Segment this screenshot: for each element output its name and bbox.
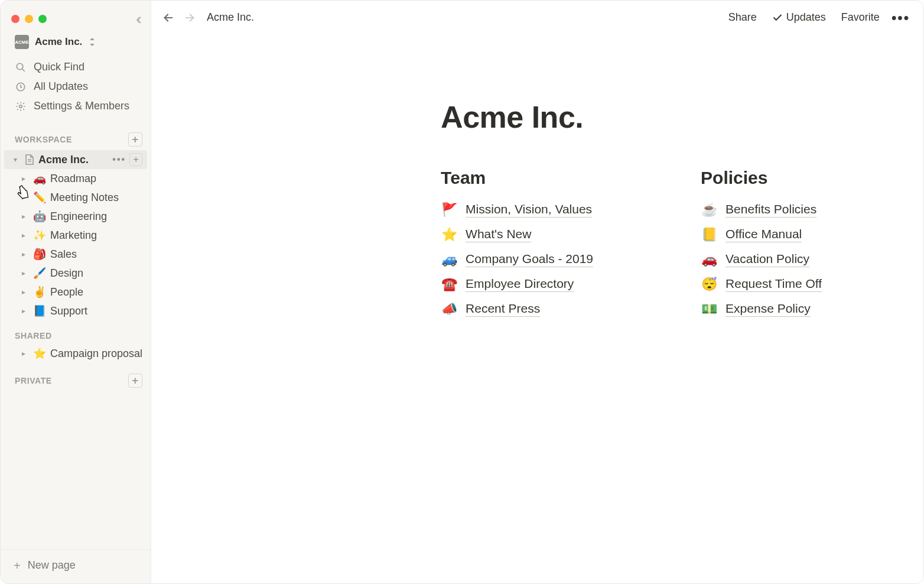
svg-point-0: [17, 63, 23, 70]
add-subpage-button[interactable]: +: [129, 153, 142, 166]
sidebar-page-people[interactable]: ▸✌️People: [4, 283, 147, 301]
page-emoji-icon: ✨: [32, 229, 47, 242]
disclosure-triangle-icon[interactable]: ▸: [18, 288, 29, 296]
page-link[interactable]: Mission, Vision, Values: [466, 202, 592, 218]
section-private-label: PRIVATE: [15, 376, 52, 385]
close-window-button[interactable]: [11, 15, 19, 23]
more-menu-button[interactable]: •••: [892, 9, 910, 26]
page-link-row: ☕Benefits Policies: [701, 202, 924, 218]
add-workspace-page-button[interactable]: +: [128, 132, 142, 147]
chevron-updown-icon: [89, 38, 95, 46]
disclosure-triangle-icon[interactable]: ▸: [18, 307, 29, 315]
quick-find-label: Quick Find: [34, 61, 84, 73]
link-emoji-icon: 📣: [441, 301, 457, 317]
all-updates-button[interactable]: All Updates: [5, 77, 146, 96]
page-emoji-icon: 🤖: [32, 210, 47, 223]
page-link-row: 💵Expense Policy: [701, 301, 924, 317]
page-icon: [24, 154, 35, 166]
page-link-row: 🚩Mission, Vision, Values: [441, 202, 665, 218]
settings-members-button[interactable]: Settings & Members: [5, 96, 146, 116]
page-link[interactable]: Vacation Policy: [725, 252, 809, 267]
link-emoji-icon: ☎️: [441, 277, 457, 292]
sidebar-page-marketing[interactable]: ▸✨Marketing: [4, 226, 147, 245]
workspace-badge-icon: ACME: [15, 35, 29, 49]
section-header-private: PRIVATE +: [1, 363, 151, 391]
link-emoji-icon: 💵: [701, 301, 717, 317]
page-link[interactable]: Expense Policy: [725, 301, 811, 317]
page-more-button[interactable]: •••: [112, 154, 126, 165]
search-icon: [15, 61, 27, 73]
maximize-window-button[interactable]: [38, 15, 47, 23]
column-heading: Policies: [701, 168, 924, 188]
breadcrumb[interactable]: Acme Inc.: [207, 11, 254, 24]
disclosure-triangle-icon[interactable]: ▸: [18, 193, 29, 202]
column-heading: Team: [441, 168, 665, 188]
section-workspace-label: WORKSPACE: [15, 135, 72, 144]
sidebar-page-design[interactable]: ▸🖌️Design: [4, 264, 147, 283]
disclosure-triangle-icon[interactable]: ▸: [18, 250, 29, 258]
page-link-row: ⭐What's New: [441, 227, 665, 242]
all-updates-label: All Updates: [34, 80, 88, 93]
sidebar-page-engineering[interactable]: ▸🤖Engineering: [4, 207, 147, 226]
sidebar-page-label: Marketing: [50, 229, 142, 242]
disclosure-triangle-icon[interactable]: ▸: [18, 231, 29, 239]
link-emoji-icon: 🚗: [701, 252, 717, 267]
minimize-window-button[interactable]: [25, 15, 33, 23]
sidebar-page-support[interactable]: ▸📘Support: [4, 301, 147, 320]
page-link[interactable]: What's New: [466, 227, 531, 242]
workspace-switcher[interactable]: ACME Acme Inc.: [1, 33, 151, 56]
sidebar-page-sales[interactable]: ▸🎒Sales: [4, 245, 147, 264]
disclosure-triangle-icon[interactable]: ▸: [18, 212, 29, 220]
check-icon: [772, 12, 783, 23]
page-link[interactable]: Office Manual: [725, 227, 802, 242]
collapse-sidebar-button[interactable]: ‹‹: [136, 11, 142, 27]
page-link-row: 😴Request Time Off: [701, 277, 924, 292]
page-columns: Team🚩Mission, Vision, Values⭐What's New🚙…: [441, 168, 924, 326]
plus-icon: +: [14, 560, 21, 572]
disclosure-triangle-icon[interactable]: ▾: [10, 155, 21, 164]
disclosure-triangle-icon[interactable]: ▸: [18, 174, 29, 183]
quick-find-button[interactable]: Quick Find: [5, 57, 146, 77]
page-emoji-icon: 🚗: [32, 172, 47, 185]
sidebar-page-meeting-notes[interactable]: ▸✏️Meeting Notes: [4, 188, 147, 207]
page-title[interactable]: Acme Inc.: [441, 99, 924, 135]
new-page-button[interactable]: + New page: [1, 549, 151, 583]
page-emoji-icon: 📘: [32, 304, 47, 317]
workspace-tree: ▾Acme Inc.•••+▸🚗Roadmap▸✏️Meeting Notes▸…: [1, 150, 151, 320]
favorite-button[interactable]: Favorite: [838, 9, 883, 26]
page-link[interactable]: Benefits Policies: [725, 202, 816, 218]
svg-point-3: [19, 105, 22, 108]
sidebar-page-acme-inc-[interactable]: ▾Acme Inc.•••+: [4, 150, 147, 169]
sidebar-page-roadmap[interactable]: ▸🚗Roadmap: [4, 169, 147, 188]
page-link[interactable]: Recent Press: [466, 301, 540, 317]
share-button[interactable]: Share: [725, 9, 760, 26]
sidebar-page-label: Meeting Notes: [50, 192, 142, 204]
sidebar-page-label: Engineering: [50, 210, 142, 223]
clock-icon: [15, 81, 27, 93]
disclosure-triangle-icon[interactable]: ▸: [18, 269, 29, 277]
updates-label: Updates: [786, 11, 826, 24]
settings-members-label: Settings & Members: [34, 100, 129, 112]
column-policies: Policies☕Benefits Policies📒Office Manual…: [701, 168, 924, 326]
sidebar-shared-campaign-proposal[interactable]: ▸⭐Campaign proposal: [4, 344, 147, 363]
forward-button[interactable]: [183, 11, 196, 24]
page-link[interactable]: Employee Directory: [466, 277, 574, 292]
section-header-workspace: WORKSPACE +: [1, 122, 151, 150]
page-link[interactable]: Request Time Off: [725, 277, 822, 292]
page-link[interactable]: Company Goals - 2019: [466, 252, 593, 267]
link-emoji-icon: 📒: [701, 227, 717, 242]
page-emoji-icon: ⭐: [32, 347, 47, 360]
page-emoji-icon: ✌️: [32, 285, 47, 299]
link-emoji-icon: ☕: [701, 202, 717, 218]
back-button[interactable]: [162, 11, 175, 24]
updates-button[interactable]: Updates: [769, 9, 829, 26]
page-emoji-icon: 🎒: [32, 248, 47, 261]
add-private-page-button[interactable]: +: [128, 374, 142, 388]
disclosure-triangle-icon[interactable]: ▸: [18, 349, 29, 358]
traffic-lights: [11, 15, 47, 23]
window-titlebar: ‹‹: [1, 1, 151, 33]
page-link-row: 🚙Company Goals - 2019: [441, 252, 665, 267]
sidebar-page-label: Sales: [50, 248, 142, 261]
column-team: Team🚩Mission, Vision, Values⭐What's New🚙…: [441, 168, 665, 326]
link-emoji-icon: 😴: [701, 277, 717, 292]
